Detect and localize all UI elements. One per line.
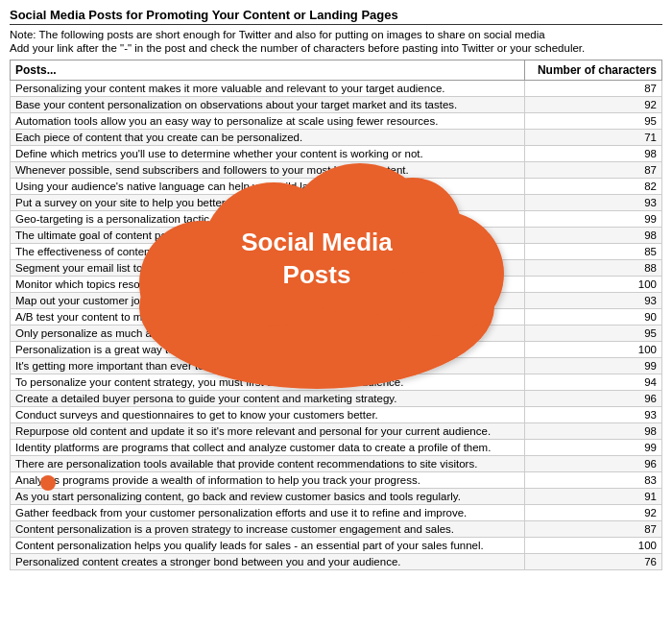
table-row: Only personalize as much as your audienc… <box>11 326 662 342</box>
char-count: 100 <box>525 342 662 358</box>
table-row: The effectiveness of content personaliza… <box>11 244 662 260</box>
post-text: Whenever possible, send subscribers and … <box>11 162 525 179</box>
table-body: Personalizing your content makes it more… <box>11 81 662 570</box>
table-row: It's getting more important than ever to… <box>11 358 662 374</box>
post-text: Geo-targeting is a personalization tacti… <box>11 211 525 228</box>
post-text: Define which metrics you'll use to deter… <box>11 146 525 162</box>
post-text: As you start personalizing content, go b… <box>11 489 525 505</box>
char-count: 92 <box>525 97 662 113</box>
post-text: Using your audience's native language ca… <box>11 179 525 195</box>
char-count: 98 <box>525 146 662 162</box>
post-text: A/B test your content to make it more ef… <box>11 309 525 326</box>
table-row: Define which metrics you'll use to deter… <box>11 146 662 162</box>
char-count: 76 <box>525 554 662 570</box>
post-text: It's getting more important than ever to… <box>11 358 525 374</box>
table-row: Personalized content creates a stronger … <box>11 554 662 570</box>
char-count: 95 <box>525 113 662 130</box>
table-row: Gather feedback from your customer perso… <box>11 505 662 521</box>
post-text: Put a survey on your site to help you be… <box>11 195 525 211</box>
post-text: There are personalization tools availabl… <box>11 456 525 472</box>
char-count: 99 <box>525 358 662 374</box>
post-text: Content personalization helps you qualif… <box>11 538 525 554</box>
char-count: 99 <box>525 440 662 456</box>
char-count: 99 <box>525 211 662 228</box>
table-row: Content personalization is a proven stra… <box>11 521 662 538</box>
post-text: Gather feedback from your customer perso… <box>11 505 525 521</box>
post-text: Analytics programs provide a wealth of i… <box>11 472 525 489</box>
post-text: Automation tools allow you an easy way t… <box>11 113 525 130</box>
post-text: To personalize your content strategy, yo… <box>11 374 525 391</box>
table-row: There are personalization tools availabl… <box>11 456 662 472</box>
char-count: 98 <box>525 228 662 244</box>
post-text: Map out your customer journey to better … <box>11 293 525 309</box>
table-row: The ultimate goal of content personaliza… <box>11 228 662 244</box>
char-count: 92 <box>525 505 662 521</box>
table-row: Each piece of content that you create ca… <box>11 130 662 146</box>
page-wrapper: Social Media Posts for Promoting Your Co… <box>0 0 672 627</box>
table-row: Conduct surveys and questionnaires to ge… <box>11 407 662 423</box>
table-row: Content personalization helps you qualif… <box>11 538 662 554</box>
post-text: Repurpose old content and update it so i… <box>11 423 525 440</box>
table-row: Using your audience's native language ca… <box>11 179 662 195</box>
table-row: Monitor which topics resonate best with … <box>11 277 662 293</box>
char-count: 90 <box>525 309 662 326</box>
char-count: 100 <box>525 277 662 293</box>
table-row: Put a survey on your site to help you be… <box>11 195 662 211</box>
table-row: Personalizing your content makes it more… <box>11 81 662 97</box>
posts-column-header: Posts... <box>11 60 525 81</box>
chars-column-header: Number of characters <box>525 60 662 81</box>
post-text: Personalization is a great way to offer … <box>11 342 525 358</box>
post-text: The effectiveness of content personaliza… <box>11 244 525 260</box>
char-count: 93 <box>525 407 662 423</box>
page-title: Social Media Posts for Promoting Your Co… <box>10 8 662 25</box>
table-row: Whenever possible, send subscribers and … <box>11 162 662 179</box>
table-row: Base your content personalization on obs… <box>11 97 662 113</box>
char-count: 100 <box>525 538 662 554</box>
table-row: Map out your customer journey to better … <box>11 293 662 309</box>
char-count: 87 <box>525 162 662 179</box>
posts-table: Posts... Number of characters Personaliz… <box>10 60 662 570</box>
table-row: Personalization is a great way to offer … <box>11 342 662 358</box>
char-count: 96 <box>525 456 662 472</box>
table-row: Identity platforms are programs that col… <box>11 440 662 456</box>
char-count: 93 <box>525 293 662 309</box>
table-row: A/B test your content to make it more ef… <box>11 309 662 326</box>
char-count: 94 <box>525 374 662 391</box>
post-text: The ultimate goal of content personaliza… <box>11 228 525 244</box>
small-circle-decoration <box>40 475 56 491</box>
post-text: Personalized content creates a stronger … <box>11 554 525 570</box>
table-row: To personalize your content strategy, yo… <box>11 374 662 391</box>
table-header-row: Posts... Number of characters <box>11 60 662 81</box>
table-row: Segment your email list to make your mes… <box>11 260 662 277</box>
note-line-1: Note: The following posts are short enou… <box>10 29 662 40</box>
char-count: 87 <box>525 81 662 97</box>
char-count: 85 <box>525 244 662 260</box>
post-text: Each piece of content that you create ca… <box>11 130 525 146</box>
char-count: 71 <box>525 130 662 146</box>
post-text: Conduct surveys and questionnaires to ge… <box>11 407 525 423</box>
char-count: 83 <box>525 472 662 489</box>
char-count: 95 <box>525 326 662 342</box>
post-text: Monitor which topics resonate best with … <box>11 277 525 293</box>
post-text: Create a detailed buyer persona to guide… <box>11 391 525 407</box>
post-text: Base your content personalization on obs… <box>11 97 525 113</box>
table-row: Analytics programs provide a wealth of i… <box>11 472 662 489</box>
post-text: Only personalize as much as your audienc… <box>11 326 525 342</box>
post-text: Personalizing your content makes it more… <box>11 81 525 97</box>
char-count: 82 <box>525 179 662 195</box>
char-count: 88 <box>525 260 662 277</box>
post-text: Content personalization is a proven stra… <box>11 521 525 538</box>
table-row: Geo-targeting is a personalization tacti… <box>11 211 662 228</box>
char-count: 87 <box>525 521 662 538</box>
table-row: As you start personalizing content, go b… <box>11 489 662 505</box>
char-count: 96 <box>525 391 662 407</box>
note-line-2: Add your link after the "-" in the post … <box>10 42 662 54</box>
table-row: Automation tools allow you an easy way t… <box>11 113 662 130</box>
char-count: 98 <box>525 423 662 440</box>
post-text: Identity platforms are programs that col… <box>11 440 525 456</box>
char-count: 93 <box>525 195 662 211</box>
char-count: 91 <box>525 489 662 505</box>
table-row: Repurpose old content and update it so i… <box>11 423 662 440</box>
post-text: Segment your email list to make your mes… <box>11 260 525 277</box>
table-row: Create a detailed buyer persona to guide… <box>11 391 662 407</box>
